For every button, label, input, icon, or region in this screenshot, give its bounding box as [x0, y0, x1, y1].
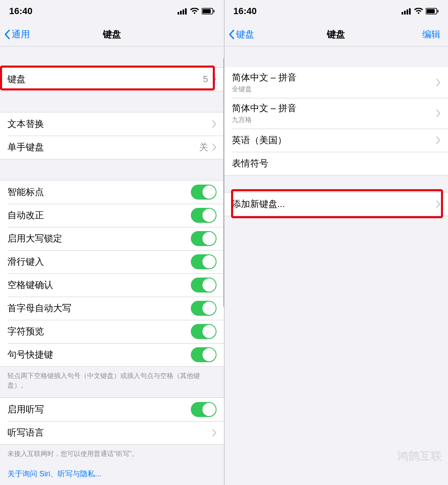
- row-toggle[interactable]: 滑行键入: [0, 250, 224, 273]
- nav-title: 键盘: [103, 28, 121, 41]
- chevron-left-icon: [4, 29, 11, 39]
- row-label: 启用大写锁定: [7, 232, 62, 245]
- toggle-switch[interactable]: [191, 324, 217, 339]
- row-toggle[interactable]: 启用大写锁定: [0, 227, 224, 250]
- phone-right: 16:40 键盘 键盘 编辑 简体中文 – 拼音全键盘简体中文 – 拼音九宫格英…: [224, 0, 448, 485]
- wifi-icon: [414, 8, 423, 15]
- chevron-right-icon: [436, 136, 441, 144]
- footer-text-dictation: 未接入互联网时，您可以使用普通话"听写"。: [0, 445, 224, 466]
- wifi-icon: [190, 8, 199, 15]
- row-value: 关: [199, 141, 208, 154]
- chevron-right-icon: [212, 120, 217, 128]
- status-icons: [178, 8, 215, 15]
- row-value: 5: [203, 74, 208, 85]
- row-keyboard-item[interactable]: 简体中文 – 拼音全键盘: [224, 67, 448, 98]
- row-toggle[interactable]: 首字母自动大写: [0, 297, 224, 320]
- svg-rect-13: [438, 10, 439, 12]
- row-label: 滑行键入: [7, 256, 44, 268]
- row-label: 字符预览: [7, 325, 44, 338]
- nav-edit-button[interactable]: 编辑: [422, 28, 441, 41]
- spacer: [224, 175, 448, 192]
- toggle-switch[interactable]: [191, 402, 217, 417]
- row-label: 句号快捷键: [7, 349, 53, 361]
- footer-text-period: 轻点两下空格键插入句号（中文键盘）或插入句点与空格（其他键盘）。: [0, 367, 224, 397]
- row-toggle[interactable]: 空格键确认: [0, 273, 224, 297]
- chevron-right-icon: [212, 429, 217, 436]
- row-keyboard-item[interactable]: 简体中文 – 拼音九宫格: [224, 98, 448, 129]
- toggle-switch[interactable]: [191, 208, 217, 223]
- row-label: 简体中文 – 拼音: [232, 71, 297, 84]
- chevron-right-icon: [212, 144, 217, 151]
- watermark: 鸿鹄互联: [397, 449, 442, 463]
- row-label: 听写语言: [7, 427, 44, 439]
- group-text: 文本替换 单手键盘 关: [0, 112, 224, 159]
- toggle-switch[interactable]: [191, 185, 217, 200]
- toggle-switch[interactable]: [191, 278, 217, 292]
- row-label: 智能标点: [7, 186, 44, 198]
- row-text-replacement[interactable]: 文本替换: [0, 112, 224, 136]
- nav-back-button[interactable]: 键盘: [229, 28, 254, 41]
- status-time: 16:40: [9, 6, 32, 17]
- toggle-switch[interactable]: [191, 301, 217, 316]
- svg-rect-9: [407, 10, 408, 15]
- svg-rect-12: [426, 9, 435, 13]
- svg-rect-2: [183, 10, 184, 15]
- group-keyboard: 键盘 5: [0, 67, 224, 91]
- row-keyboards[interactable]: 键盘 5: [0, 68, 224, 91]
- spacer: [0, 159, 224, 180]
- nav-back-label: 键盘: [236, 28, 254, 41]
- chevron-right-icon: [436, 110, 441, 117]
- spacer: [0, 91, 224, 112]
- svg-rect-10: [409, 8, 411, 15]
- row-add-new-keyboard[interactable]: 添加新键盘...: [224, 193, 448, 216]
- row-toggle[interactable]: 句号快捷键: [0, 343, 224, 366]
- group-dictation: 启用听写 听写语言: [0, 397, 224, 445]
- chevron-right-icon: [436, 79, 441, 86]
- row-label: 英语（美国）: [232, 134, 287, 146]
- toggle-switch[interactable]: [191, 254, 217, 269]
- row-sublabel: 全键盘: [232, 85, 297, 94]
- nav-header: 通用 键盘: [0, 22, 224, 46]
- row-keyboard-item[interactable]: 表情符号: [224, 152, 448, 175]
- row-toggle[interactable]: 自动改正: [0, 204, 224, 227]
- phone-left: 16:40 通用 键盘 键盘 5: [0, 0, 224, 485]
- row-label: 添加新键盘...: [232, 198, 285, 210]
- chevron-right-icon: [436, 200, 441, 208]
- svg-rect-5: [202, 9, 211, 13]
- row-label: 文本替换: [7, 118, 44, 130]
- row-keyboard-item[interactable]: 英语（美国）: [224, 129, 448, 152]
- row-sublabel: 九宫格: [232, 116, 297, 124]
- row-one-hand-keyboard[interactable]: 单手键盘 关: [0, 136, 224, 159]
- chevron-right-icon: [212, 76, 217, 83]
- nav-back-button[interactable]: 通用: [4, 28, 30, 41]
- chevron-left-icon: [229, 29, 235, 39]
- group-add-keyboard: 添加新键盘...: [224, 192, 448, 216]
- row-dictation-language[interactable]: 听写语言: [0, 421, 224, 444]
- signal-icon: [178, 8, 187, 15]
- nav-header: 键盘 键盘 编辑: [224, 22, 448, 46]
- toggle-switch[interactable]: [191, 347, 217, 362]
- group-toggles: 智能标点自动改正启用大写锁定滑行键入空格键确认首字母自动大写字符预览句号快捷键: [0, 180, 224, 367]
- svg-rect-8: [404, 11, 406, 15]
- battery-icon: [426, 8, 439, 15]
- status-time: 16:40: [234, 6, 257, 17]
- svg-rect-7: [402, 12, 403, 15]
- signal-icon: [402, 8, 411, 15]
- row-label: 首字母自动大写: [7, 302, 71, 314]
- status-icons: [402, 8, 439, 15]
- row-label: 键盘: [7, 73, 26, 85]
- svg-rect-0: [178, 12, 179, 15]
- battery-icon: [202, 8, 215, 15]
- row-toggle[interactable]: 智能标点: [0, 180, 224, 204]
- row-label: 单手键盘: [7, 141, 44, 154]
- status-bar: 16:40: [224, 0, 448, 22]
- row-label: 空格键确认: [7, 279, 53, 291]
- spacer: [224, 46, 448, 67]
- row-enable-dictation[interactable]: 启用听写: [0, 398, 224, 421]
- group-keyboard-list: 简体中文 – 拼音全键盘简体中文 – 拼音九宫格英语（美国）表情符号: [224, 67, 448, 175]
- row-toggle[interactable]: 字符预览: [0, 320, 224, 343]
- status-bar: 16:40: [0, 0, 224, 22]
- row-label: 自动改正: [7, 209, 44, 222]
- toggle-switch[interactable]: [191, 231, 217, 246]
- link-siri-privacy[interactable]: 关于询问 Siri、听写与隐私...: [0, 466, 224, 481]
